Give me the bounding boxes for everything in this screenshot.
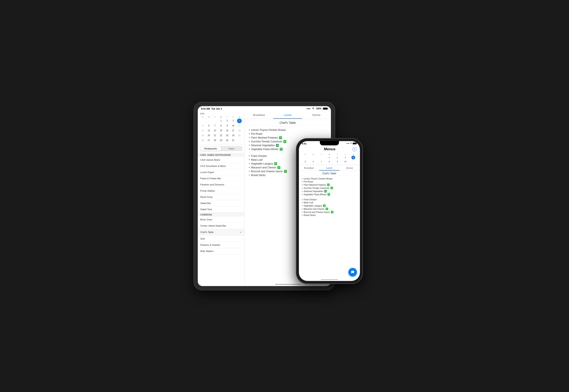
cal-day-10[interactable]: 10: [231, 123, 235, 128]
iphone-cal-day-10[interactable]: 10: [344, 160, 347, 164]
iphone-header: Menus i: [299, 147, 360, 153]
cal-day-13[interactable]: 13: [206, 128, 211, 133]
cal-day-6[interactable]: 6: [206, 123, 211, 128]
sidebar-item-salad-bar[interactable]: Salad Bar: [198, 200, 245, 206]
cal-day-26[interactable]: 26: [200, 138, 205, 143]
cal-day-2[interactable]: 2: [225, 119, 230, 123]
group-header-commons: COMMONS: [198, 212, 245, 217]
cal-day-19[interactable]: 19: [200, 133, 205, 138]
cal-day-18[interactable]: 18: [237, 128, 242, 133]
iphone-cal-day-5[interactable]: 5: [303, 160, 307, 164]
cal-day-23[interactable]: 23: [225, 133, 230, 138]
iphone-cal-day-8[interactable]: 8: [327, 160, 331, 164]
iphone-item-zucchini: • Zucchini-Tomato Casserole V: [302, 186, 357, 190]
iphone-cal-day-3[interactable]: 3: [344, 156, 347, 159]
cal-day-1[interactable]: 1: [219, 119, 223, 123]
sidebar-item-cx2[interactable]: CX2 Smoothies & More: [198, 163, 245, 169]
cal-day-31[interactable]: 31: [231, 138, 235, 143]
iphone-screen: 9:41 ●●● Menus i S M T W: [299, 141, 360, 281]
sidebar-item-wok-station[interactable]: Wok Station: [198, 248, 245, 254]
cal-day-27[interactable]: 27: [206, 138, 211, 143]
iphone-cal-day-7[interactable]: 7: [319, 160, 323, 164]
iphone-item-veg-lasagna: • Vegetable Lasagna V: [302, 204, 357, 207]
cal-day-25[interactable]: 25: [237, 133, 242, 138]
iphone-cal-day-2[interactable]: 2: [336, 156, 339, 159]
iphone-tab-lunch[interactable]: Lunch: [319, 165, 339, 170]
sidebar-item-pastries-sweets[interactable]: Pastries & Sweets: [198, 242, 245, 248]
iphone-cal-day-1[interactable]: 1: [327, 156, 331, 159]
ipad-status-icons: ●●● 100%: [306, 107, 327, 110]
sidebar-item-rand-soup[interactable]: Rand Soup: [198, 194, 245, 200]
sidebar-item-center-island[interactable]: Center Island Salad Bar: [198, 223, 245, 229]
iphone-item-pot-roast: • Pot Roast: [302, 180, 357, 183]
cal-day-24[interactable]: 24: [231, 133, 235, 138]
iphone-device: 9:41 ●●● Menus i S M T W: [296, 139, 363, 283]
cal-day-5[interactable]: 5: [200, 123, 205, 128]
iphone-cal-day-4[interactable]: 4: [351, 156, 355, 159]
iphone-item-broccoli: • Broccoli and Cheese Sauce V: [302, 210, 357, 214]
cal-day-4[interactable]: 4: [237, 119, 242, 123]
iphone-cal-day-9[interactable]: 9: [336, 160, 339, 164]
cal-day-21[interactable]: 21: [213, 133, 217, 138]
cal-day-15[interactable]: 15: [219, 128, 223, 133]
cal-day-14[interactable]: 14: [213, 128, 217, 133]
cal-day-3[interactable]: 3: [231, 119, 235, 123]
iphone-item-meat-loaf: • Meat Loaf: [302, 201, 357, 204]
view-toggle[interactable]: Restaurants Icons: [200, 146, 242, 151]
menu-item-lemon: • Lemon-Thyme Chicken Breast: [249, 128, 327, 132]
sidebar-item-brick-oven[interactable]: Brick Oven: [198, 217, 245, 223]
cal-day-8[interactable]: 8: [219, 123, 223, 128]
svg-rect-2: [353, 143, 356, 144]
cal-day-22[interactable]: 22: [219, 133, 223, 138]
info-button[interactable]: i: [352, 147, 356, 151]
iphone-time: 9:41: [302, 142, 306, 145]
cal-day-28[interactable]: 28: [213, 138, 217, 143]
sidebar-item-salad-toss[interactable]: Salad Toss: [198, 206, 245, 212]
cal-day-12[interactable]: 12: [200, 128, 205, 133]
iphone-calendar: S M T W T F S 1 2 3 4 5 6 7: [299, 153, 360, 165]
cal-day-20[interactable]: 20: [206, 133, 211, 138]
iphone-menu: • Lemon-Thyme Chicken Breast • Pot Roast…: [299, 176, 360, 267]
toggle-restaurants[interactable]: Restaurants: [200, 146, 221, 151]
iphone-ve-badge: VE: [324, 190, 327, 193]
fab-chat-button[interactable]: [348, 268, 357, 277]
iphone-v-badge: V: [323, 204, 326, 207]
iphone-meal-tabs: Breakfast Lunch Dinner: [299, 165, 360, 171]
cal-day-17[interactable]: 17: [231, 128, 235, 133]
signal-icon: ●●●: [306, 107, 310, 110]
sidebar-item-chefs-table[interactable]: Chef's Table ✓: [198, 229, 245, 236]
iphone-tab-breakfast[interactable]: Breakfast: [299, 165, 319, 170]
sidebar-item-chef-james-bistro[interactable]: Chef James Bistro: [198, 157, 245, 163]
wifi-icon: [312, 107, 315, 110]
cal-header-t2: T: [224, 116, 230, 118]
iphone-tab-dinner[interactable]: Dinner: [339, 165, 360, 170]
cal-day-30[interactable]: 30: [225, 138, 230, 143]
v-badge: V: [274, 162, 277, 165]
tab-breakfast[interactable]: Breakfast: [245, 111, 274, 119]
cal-day-29[interactable]: 29: [219, 138, 223, 143]
iphone-battery-icon: [353, 142, 357, 144]
calendar-month: JAN: [200, 112, 242, 115]
sidebar-item-pump-station[interactable]: Pump Station: [198, 188, 245, 194]
iphone-item-steamed: • Steamed Vegetables VE: [302, 190, 357, 193]
toggle-icons[interactable]: Icons: [221, 146, 242, 151]
restaurant-list: CHEF JAMES BISTRO/RAND Chef James Bistro…: [198, 153, 245, 286]
sidebar-item-pastries-desserts[interactable]: Pastries and Desserts: [198, 182, 245, 188]
iphone-v-badge: V: [331, 187, 333, 189]
sidebar-item-lunch-paper[interactable]: Lunch Paper: [198, 169, 245, 175]
cal-day-7[interactable]: 7: [213, 123, 217, 128]
iphone-item-pasta-alfredo: • Vegetable Pasta Alfredo V: [302, 193, 357, 196]
cal-day-16[interactable]: 16: [225, 128, 230, 133]
sidebar: JAN S M T W T F S: [198, 111, 245, 286]
notch: [320, 141, 339, 145]
sidebar-item-grill[interactable]: Grill: [198, 236, 245, 242]
ve-badge: VE: [276, 144, 279, 147]
cal-day-11[interactable]: 11: [237, 123, 242, 128]
cal-day-9[interactable]: 9: [225, 123, 230, 128]
tab-dinner[interactable]: Dinner: [302, 111, 331, 119]
iphone-cal-day-6[interactable]: 6: [311, 160, 315, 164]
tab-lunch[interactable]: Lunch: [273, 111, 302, 119]
iphone-item-lemon: • Lemon-Thyme Chicken Breast: [302, 177, 357, 180]
iphone-title: Menus: [307, 147, 352, 151]
sidebar-item-pasta-potato[interactable]: Pasta & Potato Bar: [198, 175, 245, 182]
